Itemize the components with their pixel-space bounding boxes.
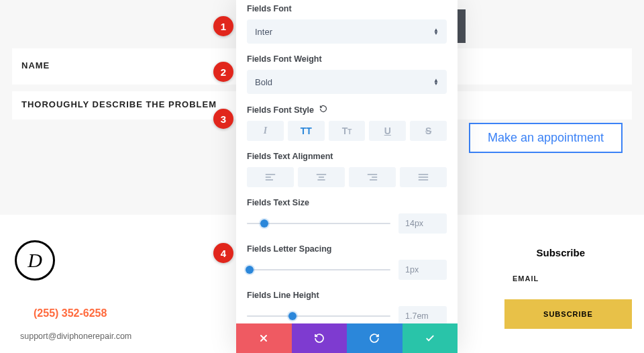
- fields-font-weight-select[interactable]: Bold ▲▼: [247, 70, 447, 94]
- fields-font-value: Inter: [255, 27, 272, 37]
- subscribe-email-input[interactable]: EMAIL: [504, 266, 632, 293]
- fields-text-size-section: Fields Text Size 14px: [247, 198, 447, 234]
- uppercase-button[interactable]: TT: [288, 121, 325, 141]
- redo-button[interactable]: [347, 323, 402, 353]
- callout-4: 4: [213, 243, 233, 263]
- fields-text-alignment-section: Fields Text Alignment: [247, 152, 447, 187]
- fields-letter-spacing-section: Fields Letter Spacing 1px: [247, 244, 447, 280]
- reset-icon[interactable]: [319, 105, 327, 115]
- align-right-button[interactable]: [349, 167, 396, 187]
- smallcaps-button[interactable]: TT: [329, 121, 366, 141]
- strikethrough-button[interactable]: S: [410, 121, 447, 141]
- line-height-slider[interactable]: [247, 315, 390, 317]
- undo-button[interactable]: [292, 323, 347, 353]
- slider-thumb[interactable]: [246, 266, 254, 274]
- line-height-value[interactable]: 1.7em: [398, 306, 447, 323]
- close-button[interactable]: [236, 323, 292, 353]
- name-field-label: NAME: [21, 60, 50, 70]
- fields-font-select[interactable]: Inter ▲▼: [247, 19, 447, 44]
- scrollbar-hint: [456, 9, 466, 43]
- fields-font-label: Fields Font: [247, 4, 447, 13]
- italic-button[interactable]: I: [247, 121, 284, 141]
- fields-font-weight-value: Bold: [255, 77, 272, 87]
- text-size-slider[interactable]: [247, 223, 390, 224]
- fields-text-alignment-label: Fields Text Alignment: [247, 152, 447, 161]
- align-center-button[interactable]: [298, 167, 345, 187]
- fields-text-size-label: Fields Text Size: [247, 198, 447, 207]
- make-appointment-button[interactable]: Make an appointment: [469, 123, 623, 153]
- align-justify-button[interactable]: [400, 167, 447, 187]
- fields-letter-spacing-label: Fields Letter Spacing: [247, 244, 447, 254]
- select-arrows-icon: ▲▼: [433, 79, 439, 85]
- subscribe-button[interactable]: SUBSCRIBE: [504, 299, 632, 329]
- support-email: support@diviphonerepair.com: [20, 332, 131, 341]
- letter-spacing-value[interactable]: 1px: [398, 260, 447, 280]
- font-style-buttons: I TT TT U S: [247, 121, 447, 141]
- letter-spacing-slider[interactable]: [247, 269, 390, 270]
- alignment-buttons: [247, 167, 447, 187]
- select-arrows-icon: ▲▼: [433, 28, 439, 35]
- slider-thumb[interactable]: [260, 219, 268, 228]
- fields-font-weight-section: Fields Font Weight Bold ▲▼: [247, 54, 447, 94]
- fields-line-height-section: Fields Line Height 1.7em: [247, 291, 447, 323]
- save-button[interactable]: [402, 323, 458, 353]
- design-settings-panel: Fields Font Inter ▲▼ Fields Font Weight …: [236, 0, 458, 353]
- fields-font-weight-label: Fields Font Weight: [247, 54, 447, 64]
- describe-field-label: THOROUGHLY DESCRIBE THE PROBLEM: [21, 99, 217, 109]
- fields-font-style-section: Fields Font Style I TT TT U S: [247, 105, 447, 141]
- callout-2: 2: [213, 62, 233, 82]
- underline-button[interactable]: U: [369, 121, 406, 141]
- panel-scroll-area[interactable]: Fields Font Inter ▲▼ Fields Font Weight …: [236, 0, 458, 323]
- fields-font-section: Fields Font Inter ▲▼: [247, 4, 447, 44]
- align-left-button[interactable]: [247, 167, 294, 187]
- fields-line-height-label: Fields Line Height: [247, 291, 447, 300]
- phone-number: (255) 352-6258: [34, 307, 107, 319]
- panel-action-bar: [236, 323, 458, 353]
- divi-logo: D: [15, 240, 55, 281]
- text-size-value[interactable]: 14px: [398, 213, 447, 234]
- subscribe-heading: Subscribe: [536, 247, 585, 258]
- fields-font-style-label: Fields Font Style: [247, 105, 447, 115]
- callout-3: 3: [213, 109, 233, 129]
- callout-1: 1: [213, 16, 233, 36]
- slider-thumb[interactable]: [288, 312, 297, 320]
